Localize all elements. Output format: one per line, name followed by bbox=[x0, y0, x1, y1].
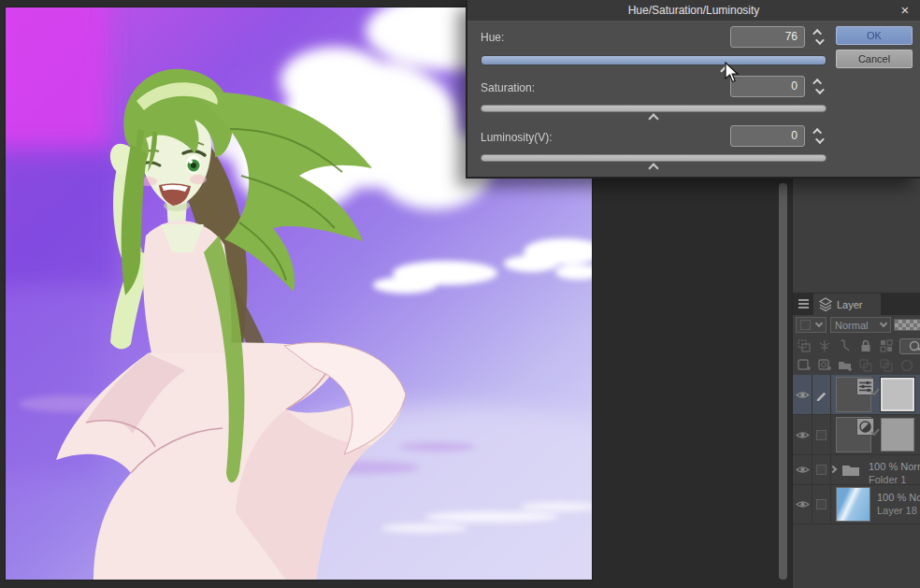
eye-icon bbox=[796, 499, 810, 509]
layer-info: 100 % Norm bbox=[869, 460, 920, 473]
eye-icon bbox=[796, 465, 810, 475]
saturation-slider-marker[interactable] bbox=[648, 113, 659, 121]
hue-label: Hue: bbox=[481, 30, 504, 45]
tab-layer[interactable]: Layer bbox=[813, 294, 881, 315]
dialog-titlebar[interactable]: Hue/Saturation/Luminosity × bbox=[467, 0, 920, 21]
eye-icon bbox=[796, 390, 810, 400]
luminosity-value-input[interactable]: 0 bbox=[730, 125, 805, 147]
enable-mask-button[interactable] bbox=[899, 338, 920, 354]
layer-thumbnail[interactable] bbox=[836, 487, 870, 522]
layer-panel-controls: Normal bbox=[793, 316, 920, 335]
dialog-title: Hue/Saturation/Luminosity bbox=[628, 4, 760, 17]
new-vector-layer-icon[interactable] bbox=[817, 358, 832, 373]
new-layer-icon[interactable] bbox=[797, 358, 812, 373]
edit-target-cell[interactable] bbox=[812, 455, 831, 484]
checkbox bbox=[816, 499, 827, 509]
luminosity-slider-track[interactable] bbox=[481, 163, 827, 181]
edit-target-cell[interactable] bbox=[812, 415, 831, 454]
lock-transparent-pixels-icon[interactable] bbox=[879, 338, 894, 353]
layer-mask-thumbnail[interactable] bbox=[881, 418, 914, 452]
saturation-slider[interactable] bbox=[481, 105, 827, 112]
layer-name: Folder 1 bbox=[869, 473, 920, 486]
hue-spinner[interactable] bbox=[811, 26, 826, 48]
eye-icon bbox=[796, 430, 810, 440]
saturation-spinner[interactable] bbox=[811, 76, 826, 97]
visibility-toggle[interactable] bbox=[793, 455, 812, 484]
canvas-vertical-scrollbar[interactable] bbox=[779, 183, 787, 580]
layer-row-layer-18[interactable]: 100 % Norm Layer 18 bbox=[793, 485, 920, 524]
saturation-label: Saturation: bbox=[481, 80, 535, 95]
folder-icon bbox=[841, 463, 860, 478]
layer-color-swatch bbox=[800, 320, 811, 330]
layer-list: 100 % Norm Folder 1 100 % Norm Layer 18 bbox=[793, 375, 920, 524]
new-folder-icon[interactable] bbox=[838, 358, 853, 373]
saturation-value-input[interactable]: 0 bbox=[730, 76, 805, 97]
layer-stack-icon bbox=[818, 297, 833, 312]
transfer-down-icon[interactable] bbox=[879, 358, 894, 373]
tab-layer-label: Layer bbox=[837, 299, 863, 310]
checkbox bbox=[816, 430, 827, 440]
blend-mode-value: Normal bbox=[835, 320, 868, 331]
hue-value-input[interactable]: 76 bbox=[730, 26, 805, 48]
panel-menu-icon[interactable] bbox=[796, 297, 812, 311]
layer-row-folder-1[interactable]: 100 % Norm Folder 1 bbox=[793, 455, 920, 485]
layer-row-tonal-correction[interactable] bbox=[793, 415, 920, 455]
layer-actions-row bbox=[793, 356, 920, 375]
reference-layer-icon[interactable] bbox=[838, 338, 853, 353]
layer-color-combo[interactable] bbox=[796, 317, 827, 333]
mask-icon bbox=[908, 339, 920, 352]
mask-link-check-icon bbox=[870, 387, 880, 396]
layer-mask-thumbnail[interactable] bbox=[881, 378, 914, 411]
delete-layer-icon[interactable] bbox=[899, 358, 914, 373]
luminosity-slider[interactable] bbox=[481, 154, 827, 162]
layer-panel-header: Layer bbox=[793, 294, 920, 315]
luminosity-label: Luminosity(V): bbox=[481, 130, 553, 145]
blend-mode-combo[interactable]: Normal bbox=[830, 317, 891, 333]
lock-icon[interactable] bbox=[858, 338, 873, 353]
ok-button[interactable]: OK bbox=[836, 26, 913, 45]
luminosity-spinner[interactable] bbox=[811, 125, 826, 147]
visibility-toggle[interactable] bbox=[793, 415, 812, 454]
visibility-toggle[interactable] bbox=[793, 375, 812, 414]
chevron-down-icon bbox=[815, 320, 823, 327]
mask-link-check-icon bbox=[870, 427, 880, 437]
close-icon[interactable]: × bbox=[897, 1, 913, 20]
layer-row-hue-saturation[interactable] bbox=[793, 375, 920, 415]
visibility-toggle[interactable] bbox=[793, 485, 812, 523]
layer-info: 100 % Norm bbox=[877, 491, 920, 504]
hue-slider[interactable] bbox=[481, 55, 827, 65]
mouse-cursor bbox=[724, 62, 740, 84]
app-window: Layer Normal bbox=[0, 0, 920, 588]
layer-tools-row bbox=[793, 337, 920, 355]
clip-to-layer-icon[interactable] bbox=[817, 338, 832, 353]
checkbox bbox=[816, 465, 827, 475]
luminosity-slider-marker[interactable] bbox=[648, 163, 659, 170]
opacity-slider[interactable] bbox=[894, 319, 920, 331]
merge-down-icon[interactable] bbox=[858, 358, 873, 373]
edit-target-cell[interactable] bbox=[812, 375, 831, 414]
chevron-down-icon bbox=[880, 320, 887, 327]
duplicate-icon[interactable] bbox=[797, 338, 812, 353]
edit-target-cell[interactable] bbox=[812, 485, 831, 523]
hue-saturation-luminosity-dialog: Hue/Saturation/Luminosity × Hue: 76 Satu… bbox=[466, 0, 920, 179]
cancel-button[interactable]: Cancel bbox=[836, 50, 913, 68]
layer-name: Layer 18 bbox=[877, 504, 920, 517]
pencil-icon bbox=[815, 389, 827, 401]
